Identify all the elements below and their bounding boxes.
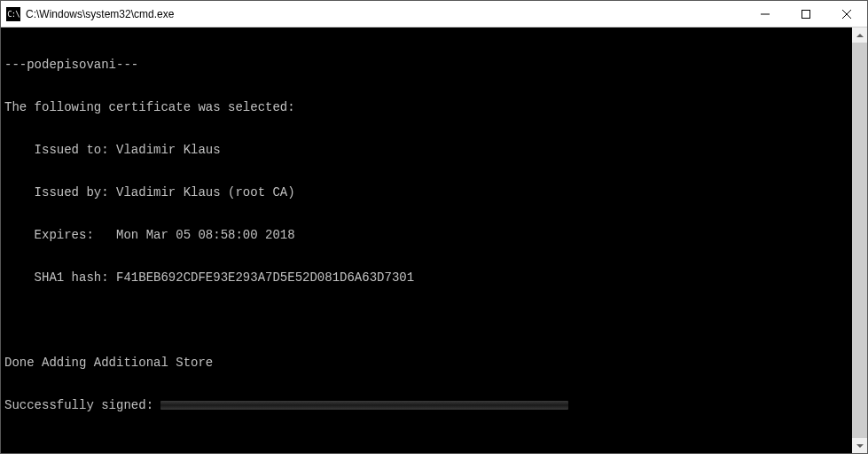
redacted-path (160, 401, 568, 410)
field-label: Issued to: (4, 143, 109, 157)
vertical-scrollbar[interactable] (852, 27, 867, 453)
field-label: SHA1 hash: (4, 270, 109, 285)
blank-line (4, 441, 848, 453)
field-value: Vladimir Klaus (109, 143, 221, 157)
cert-expires: Expires: Mon Mar 05 08:58:00 2018 (4, 228, 848, 242)
close-button[interactable] (826, 1, 867, 27)
successfully-signed: Successfully signed: (4, 398, 848, 412)
scroll-down-button[interactable] (852, 438, 867, 453)
window-controls (745, 1, 867, 27)
field-value: F41BEB692CDFE93E293A7D5E52D081D6A63D7301 (109, 270, 414, 285)
scroll-thumb[interactable] (852, 43, 867, 438)
field-label: Issued by: (4, 185, 109, 200)
blank-line (4, 313, 848, 327)
scroll-up-button[interactable] (852, 27, 867, 43)
cert-selected-msg: The following certificate was selected: (4, 100, 848, 114)
svg-rect-0 (802, 10, 810, 18)
field-value: Vladimir Klaus (root CA) (109, 185, 295, 200)
client-area: ---podepisovani--- The following certifi… (1, 27, 867, 453)
window-title: C:\Windows\system32\cmd.exe (26, 8, 745, 20)
field-label: Expires: (4, 228, 109, 242)
command-prompt-window: C:\ C:\Windows\system32\cmd.exe ---podep… (0, 0, 868, 454)
cert-sha1: SHA1 hash: F41BEB692CDFE93E293A7D5E52D08… (4, 270, 848, 285)
minimize-button[interactable] (745, 1, 786, 27)
signed-prefix: Successfully signed: (4, 398, 160, 412)
cmd-icon: C:\ (6, 7, 20, 21)
titlebar[interactable]: C:\ C:\Windows\system32\cmd.exe (1, 1, 867, 27)
field-value: Mon Mar 05 08:58:00 2018 (109, 228, 295, 242)
done-adding-store: Done Adding Additional Store (4, 356, 848, 370)
scroll-track[interactable] (852, 43, 867, 438)
cert-issued-by: Issued by: Vladimir Klaus (root CA) (4, 185, 848, 200)
section-header: ---podepisovani--- (4, 58, 848, 72)
cert-issued-to: Issued to: Vladimir Klaus (4, 143, 848, 157)
terminal-output[interactable]: ---podepisovani--- The following certifi… (1, 27, 852, 453)
maximize-button[interactable] (786, 1, 826, 27)
